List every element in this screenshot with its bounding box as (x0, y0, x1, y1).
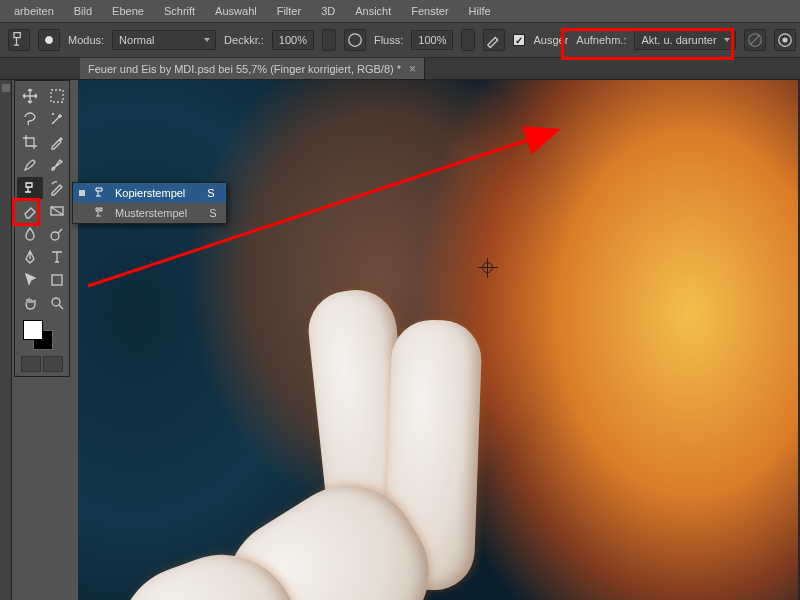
modus-label: Modus: (68, 34, 104, 46)
menu-auswahl[interactable]: Auswahl (205, 1, 267, 21)
magic-wand-tool[interactable] (44, 108, 70, 130)
zoom-tool[interactable] (44, 292, 70, 314)
flyout-kopierstempel[interactable]: Kopierstempel S (73, 183, 226, 203)
stamp-tool-flyout: Kopierstempel S Musterstempel S (72, 182, 227, 224)
aufnehm-dropdown[interactable]: Akt. u. darunter (634, 30, 735, 50)
clone-stamp-tool[interactable] (17, 177, 43, 199)
tools-panel (14, 80, 70, 377)
menu-hilfe[interactable]: Hilfe (459, 1, 501, 21)
quick-mask-toggle[interactable] (17, 356, 67, 372)
path-select-tool[interactable] (17, 269, 43, 291)
svg-point-0 (349, 34, 362, 47)
lasso-tool[interactable] (17, 108, 43, 130)
svg-rect-4 (51, 90, 63, 102)
close-tab-icon[interactable]: × (409, 62, 416, 76)
deck-field[interactable]: 100% (272, 30, 314, 50)
healing-brush-tool[interactable] (17, 154, 43, 176)
svg-point-3 (782, 38, 787, 43)
dock-grip-icon (2, 84, 10, 92)
document-tab-bar: Feuer und Eis by MDI.psd bei 55,7% (Fing… (0, 58, 800, 80)
marquee-tool[interactable] (44, 85, 70, 107)
clone-stamp-icon (93, 186, 107, 200)
brush-preset-icon[interactable] (38, 29, 60, 51)
shape-tool[interactable] (44, 269, 70, 291)
svg-rect-7 (52, 275, 62, 285)
menu-schrift[interactable]: Schrift (154, 1, 205, 21)
left-dock-strip[interactable] (0, 80, 12, 600)
pressure-size-icon[interactable] (774, 29, 796, 51)
flyout-item-shortcut: S (209, 207, 216, 219)
deck-flyout-icon[interactable] (322, 29, 336, 51)
blur-tool[interactable] (17, 223, 43, 245)
aufnehm-label: Aufnehm.: (576, 34, 626, 46)
svg-point-6 (51, 232, 59, 240)
clone-source-cursor (478, 258, 498, 278)
eraser-tool[interactable] (17, 200, 43, 222)
options-bar: Modus: Normal Deckkr.: 100% Fluss: 100% … (0, 22, 800, 58)
airbrush-icon[interactable] (483, 29, 505, 51)
flyout-item-label: Musterstempel (115, 207, 187, 219)
eyedropper-tool[interactable] (44, 131, 70, 153)
menu-filter[interactable]: Filter (267, 1, 311, 21)
gradient-tool[interactable] (44, 200, 70, 222)
menu-ebene[interactable]: Ebene (102, 1, 154, 21)
type-tool[interactable] (44, 246, 70, 268)
brush-tool[interactable] (44, 154, 70, 176)
hand-tool[interactable] (17, 292, 43, 314)
menu-ansicht[interactable]: Ansicht (345, 1, 401, 21)
flyout-musterstempel[interactable]: Musterstempel S (73, 203, 226, 223)
dodge-tool[interactable] (44, 223, 70, 245)
deck-label: Deckkr.: (224, 34, 264, 46)
document-tab-title: Feuer und Eis by MDI.psd bei 55,7% (Fing… (88, 63, 401, 75)
tool-preset-icon[interactable] (8, 29, 30, 51)
menu-bild[interactable]: Bild (64, 1, 102, 21)
crop-tool[interactable] (17, 131, 43, 153)
modus-dropdown[interactable]: Normal (112, 30, 216, 50)
menu-bar: arbeiten Bild Ebene Schrift Auswahl Filt… (0, 0, 800, 22)
fluss-flyout-icon[interactable] (461, 29, 475, 51)
fluss-label: Fluss: (374, 34, 403, 46)
pressure-opacity-icon[interactable] (344, 29, 366, 51)
canvas-area[interactable] (78, 80, 800, 600)
history-brush-tool[interactable] (44, 177, 70, 199)
flyout-item-shortcut: S (207, 187, 214, 199)
ignore-adjust-icon[interactable] (744, 29, 766, 51)
fluss-field[interactable]: 100% (411, 30, 453, 50)
menu-arbeiten[interactable]: arbeiten (4, 1, 64, 21)
menu-3d[interactable]: 3D (311, 1, 345, 21)
flyout-item-label: Kopierstempel (115, 187, 185, 199)
move-tool[interactable] (17, 85, 43, 107)
color-swatches[interactable] (17, 320, 67, 352)
document-image (78, 80, 798, 600)
pen-tool[interactable] (17, 246, 43, 268)
menu-fenster[interactable]: Fenster (401, 1, 458, 21)
pattern-stamp-icon (93, 206, 107, 220)
ausger-label: Ausger (533, 34, 568, 46)
svg-point-8 (52, 298, 60, 306)
ausger-checkbox[interactable]: ✓ (513, 34, 525, 46)
selected-marker-icon (79, 190, 85, 196)
foreground-color-swatch[interactable] (23, 320, 43, 340)
document-tab[interactable]: Feuer und Eis by MDI.psd bei 55,7% (Fing… (80, 58, 425, 79)
